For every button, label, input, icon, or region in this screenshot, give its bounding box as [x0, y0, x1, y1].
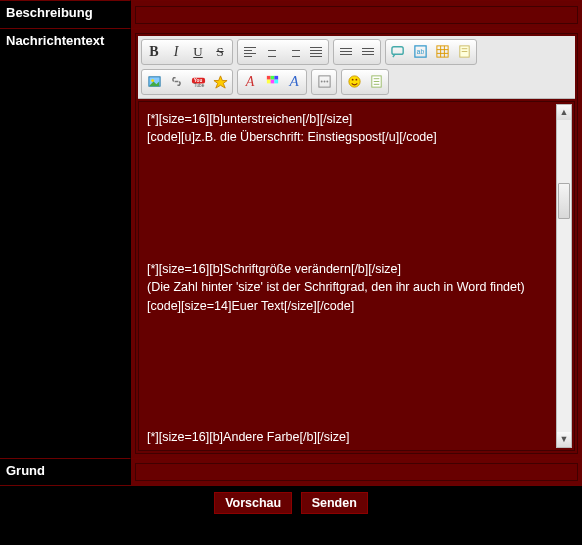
source-button[interactable]: [365, 71, 387, 93]
svg-rect-21: [274, 80, 278, 84]
scroll-down-icon[interactable]: ▼: [557, 432, 571, 447]
youtube-button[interactable]: YouTube: [187, 71, 209, 93]
label-grund: Grund: [0, 458, 130, 486]
svg-point-27: [351, 79, 353, 81]
bg-color-button[interactable]: [261, 71, 283, 93]
input-beschreibung[interactable]: [135, 6, 578, 24]
underline-button[interactable]: U: [187, 41, 209, 63]
svg-text:Tube: Tube: [193, 83, 204, 88]
editor-content[interactable]: [*][size=16][b]unterstreichen[/b][/size]…: [139, 102, 574, 450]
editor-area: [*][size=16][b]unterstreichen[/b][/size]…: [138, 101, 575, 451]
bold-button[interactable]: B: [143, 41, 165, 63]
svg-point-23: [320, 81, 322, 83]
svg-rect-3: [436, 46, 447, 57]
svg-text:ab: ab: [416, 48, 424, 55]
editor-toolbar: B I U S: [138, 36, 575, 99]
image-button[interactable]: [143, 71, 165, 93]
list-ordered-button[interactable]: [335, 41, 357, 63]
editor-scrollbar[interactable]: ▲ ▼: [556, 104, 572, 448]
input-grund[interactable]: [135, 463, 578, 481]
label-nachrichtentext: Nachrichtentext: [0, 28, 130, 458]
svg-point-24: [323, 81, 325, 83]
note-button[interactable]: [453, 41, 475, 63]
strike-button[interactable]: S: [209, 41, 231, 63]
media-button[interactable]: [209, 71, 231, 93]
scroll-thumb[interactable]: [558, 183, 570, 219]
svg-point-28: [355, 79, 357, 81]
align-left-button[interactable]: [239, 41, 261, 63]
svg-rect-18: [274, 76, 278, 80]
italic-button[interactable]: I: [165, 41, 187, 63]
svg-rect-16: [266, 76, 270, 80]
scroll-up-icon[interactable]: ▲: [557, 105, 571, 120]
svg-rect-0: [391, 47, 402, 55]
svg-point-25: [326, 81, 328, 83]
editor-container: B I U S: [135, 33, 578, 454]
preview-button[interactable]: Vorschau: [214, 492, 292, 514]
align-center-button[interactable]: [261, 41, 283, 63]
align-justify-button[interactable]: [305, 41, 327, 63]
svg-point-26: [348, 76, 359, 87]
align-right-button[interactable]: [283, 41, 305, 63]
link-button[interactable]: [165, 71, 187, 93]
quote-button[interactable]: [387, 41, 409, 63]
code-button[interactable]: ab: [409, 41, 431, 63]
font-color-button[interactable]: A: [239, 71, 261, 93]
label-beschreibung: Beschreibung: [0, 0, 130, 28]
font-size-button[interactable]: A: [283, 71, 305, 93]
table-button[interactable]: [431, 41, 453, 63]
list-unordered-button[interactable]: [357, 41, 379, 63]
svg-rect-20: [270, 80, 274, 84]
submit-button[interactable]: Senden: [301, 492, 368, 514]
svg-rect-19: [266, 80, 270, 84]
svg-rect-17: [270, 76, 274, 80]
more-button[interactable]: [313, 71, 335, 93]
emoji-button[interactable]: [343, 71, 365, 93]
